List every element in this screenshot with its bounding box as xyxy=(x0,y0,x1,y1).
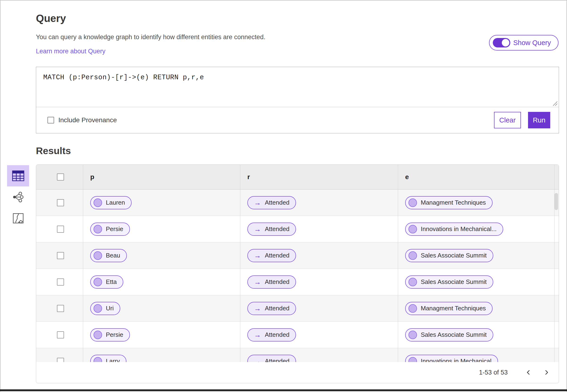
entity-pill[interactable]: Managment Techniques xyxy=(405,196,492,209)
include-provenance-row[interactable]: Include Provenance xyxy=(47,116,117,124)
entity-node-icon xyxy=(93,225,102,233)
entity-node-icon xyxy=(93,278,102,286)
entity-pill[interactable]: Sales Associate Summit xyxy=(405,275,493,289)
relation-pill[interactable]: →Attended xyxy=(247,249,296,262)
learn-more-link[interactable]: Learn more about Query xyxy=(36,48,105,55)
relation-label: Attended xyxy=(265,358,289,362)
next-page-button[interactable] xyxy=(541,367,552,378)
entity-pill[interactable]: Larry xyxy=(90,355,126,362)
relation-label: Attended xyxy=(265,252,289,259)
table-view-button[interactable] xyxy=(7,165,29,186)
entity-pill[interactable]: Lauren xyxy=(90,196,132,209)
show-query-toggle[interactable]: Show Query xyxy=(489,35,558,51)
column-header-r[interactable]: r xyxy=(247,173,250,181)
entity-node-icon xyxy=(93,198,102,207)
query-input[interactable]: MATCH (p:Person)-[r]->(e) RETURN p,r,e xyxy=(36,67,559,107)
table-scrollbar-thumb[interactable] xyxy=(554,193,558,210)
entity-pill[interactable]: Managment Techniques xyxy=(405,302,492,315)
entity-pill[interactable]: Sales Associate Summit xyxy=(405,328,493,341)
column-header-e[interactable]: e xyxy=(405,173,409,181)
entity-pill[interactable]: Etta xyxy=(90,275,123,289)
row-checkbox[interactable] xyxy=(57,199,64,206)
pagination-range: 1-53 of 53 xyxy=(479,369,508,376)
entity-pill[interactable]: Sales Associate Summit xyxy=(405,249,493,262)
network-view-icon xyxy=(12,192,24,202)
entity-node-icon xyxy=(408,251,417,260)
entity-node-icon xyxy=(408,278,417,286)
relation-arrow-icon: → xyxy=(254,279,261,286)
entity-label: Innovations in Mechanical xyxy=(421,358,492,362)
row-checkbox[interactable] xyxy=(57,305,64,312)
row-checkbox[interactable] xyxy=(57,331,64,338)
map-view-icon xyxy=(13,213,24,224)
column-header-p[interactable]: p xyxy=(90,173,94,181)
chevron-left-icon xyxy=(525,369,532,376)
row-checkbox[interactable] xyxy=(57,358,64,362)
entity-node-icon xyxy=(408,198,417,207)
table-view-icon xyxy=(12,170,24,181)
relation-pill[interactable]: →Attended xyxy=(247,302,296,315)
results-table: p r e Lauren →Attended Managment Techniq… xyxy=(36,165,559,383)
network-view-button[interactable] xyxy=(7,186,29,208)
table-row: Lauren →Attended Managment Techniques xyxy=(36,190,559,216)
entity-label: Managment Techniques xyxy=(421,305,486,312)
relation-arrow-icon: → xyxy=(254,226,261,233)
table-header-row: p r e xyxy=(36,165,559,190)
entity-pill[interactable]: Innovations in Mechanical xyxy=(405,355,498,362)
relation-pill[interactable]: →Attended xyxy=(247,196,296,209)
include-provenance-checkbox[interactable] xyxy=(47,117,54,124)
include-provenance-label: Include Provenance xyxy=(58,116,117,124)
window-bottom-edge xyxy=(0,389,567,391)
relation-arrow-icon: → xyxy=(254,358,261,362)
relation-pill[interactable]: →Attended xyxy=(247,355,296,362)
toggle-switch-icon xyxy=(493,38,510,47)
entity-node-icon xyxy=(408,225,417,233)
entity-pill[interactable]: Uri xyxy=(90,302,120,315)
relation-pill[interactable]: →Attended xyxy=(247,275,296,289)
table-body: Lauren →Attended Managment Techniques Pe… xyxy=(36,190,559,362)
relation-pill[interactable]: →Attended xyxy=(247,328,296,341)
relation-arrow-icon: → xyxy=(254,252,261,259)
entity-label: Etta xyxy=(106,278,117,286)
select-all-checkbox[interactable] xyxy=(57,173,64,181)
results-view-switcher xyxy=(7,165,29,229)
table-row: Uri →Attended Managment Techniques xyxy=(36,295,559,322)
relation-label: Attended xyxy=(265,331,289,338)
entity-node-icon xyxy=(93,251,102,260)
relation-label: Attended xyxy=(265,278,289,286)
relation-label: Attended xyxy=(265,199,289,206)
table-row: Persie →Attended Sales Associate Summit xyxy=(36,322,559,348)
entity-label: Managment Techniques xyxy=(421,199,486,206)
relation-arrow-icon: → xyxy=(254,199,261,206)
entity-label: Sales Associate Summit xyxy=(421,331,487,338)
relation-arrow-icon: → xyxy=(254,305,261,312)
entity-node-icon xyxy=(93,304,102,313)
entity-label: Persie xyxy=(106,331,123,338)
entity-label: Persie xyxy=(106,225,123,233)
entity-label: Uri xyxy=(106,305,114,312)
row-checkbox[interactable] xyxy=(57,279,64,286)
resize-handle-icon[interactable] xyxy=(552,100,558,106)
clear-button[interactable]: Clear xyxy=(494,112,521,128)
previous-page-button[interactable] xyxy=(523,367,534,378)
relation-pill[interactable]: →Attended xyxy=(247,223,296,236)
entity-pill[interactable]: Beau xyxy=(90,249,127,262)
map-view-button[interactable] xyxy=(7,208,29,229)
row-checkbox[interactable] xyxy=(57,226,64,233)
entity-label: Innovations in Mechanical... xyxy=(421,225,497,233)
page-description: You can query a knowledge graph to ident… xyxy=(36,33,559,41)
entity-pill[interactable]: Innovations in Mechanical... xyxy=(405,223,503,236)
table-row: Beau →Attended Sales Associate Summit xyxy=(36,242,559,269)
entity-label: Sales Associate Summit xyxy=(421,278,487,286)
entity-pill[interactable]: Persie xyxy=(90,223,130,236)
table-footer: 1-53 of 53 xyxy=(36,362,559,383)
entity-node-icon xyxy=(93,331,102,339)
page-title: Query xyxy=(36,12,559,25)
row-checkbox[interactable] xyxy=(57,252,64,259)
table-row: Larry →Attended Innovations in Mechanica… xyxy=(36,348,559,362)
entity-label: Sales Associate Summit xyxy=(421,252,487,259)
entity-pill[interactable]: Persie xyxy=(90,328,130,341)
toggle-knob xyxy=(502,39,509,46)
run-button[interactable]: Run xyxy=(528,112,550,128)
relation-label: Attended xyxy=(265,225,289,233)
